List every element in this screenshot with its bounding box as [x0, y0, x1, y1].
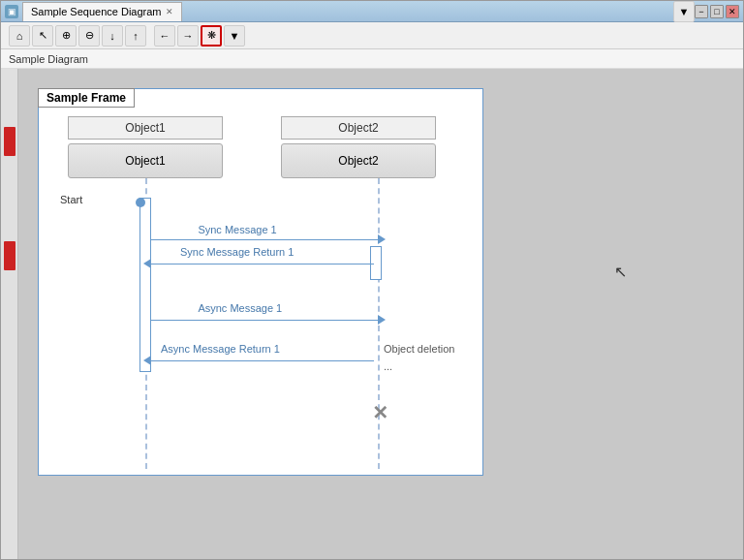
- frame-label: Sample Frame: [38, 88, 135, 108]
- async-msg1-line: [151, 320, 378, 321]
- menu-dropdown-btn[interactable]: ▼: [673, 1, 695, 22]
- sync-msg1-label: Sync Message 1: [198, 224, 276, 235]
- dropdown-btn[interactable]: ▼: [224, 25, 245, 47]
- left-marker-1: [4, 127, 16, 156]
- start-dot: [136, 198, 145, 207]
- cursor-btn[interactable]: ↖: [32, 25, 53, 47]
- delete-marker: ✕: [372, 401, 388, 424]
- diagram-canvas: Sample Frame Object1 Object2 Object1: [18, 69, 743, 559]
- plugin-btn[interactable]: ❋: [201, 25, 222, 47]
- zoom-out-btn[interactable]: ⊖: [78, 25, 100, 47]
- async-msg1-label: Async Message 1: [198, 302, 282, 314]
- dots-label: ...: [384, 360, 392, 372]
- scroll-up-btn[interactable]: ↑: [125, 25, 146, 47]
- async-return1-arrow: [143, 356, 151, 365]
- diagram-frame: Sample Frame Object1 Object2 Object1: [38, 88, 483, 476]
- main-area: Sample Frame Object1 Object2 Object1: [1, 69, 743, 559]
- sync-return1-label: Sync Message Return 1: [180, 246, 294, 258]
- back-btn[interactable]: ←: [154, 25, 175, 47]
- object-deletion-label: Object deletion: [384, 343, 454, 355]
- tab-label: Sample Sequence Diagram: [31, 6, 162, 17]
- cursor-indicator: ↖: [614, 263, 627, 281]
- lifeline-header-obj1: Object1: [68, 116, 223, 140]
- close-btn[interactable]: ✕: [726, 5, 739, 18]
- lifeline-header-obj2: Object2: [281, 116, 436, 140]
- window-controls: − □ ✕: [695, 5, 739, 18]
- zoom-in-btn[interactable]: ⊕: [55, 25, 77, 47]
- breadcrumb-text: Sample Diagram: [9, 53, 88, 65]
- diagram-tab[interactable]: Sample Sequence Diagram ✕: [22, 2, 182, 21]
- left-panel: [1, 69, 18, 559]
- start-label: Start: [60, 194, 82, 205]
- breadcrumb: Sample Diagram: [1, 49, 743, 69]
- tab-close-btn[interactable]: ✕: [166, 7, 173, 16]
- lifeline-body-obj1: Object1: [68, 143, 223, 178]
- sync-return1-arrow: [143, 259, 151, 268]
- sync-return1-line: [151, 264, 374, 264]
- async-msg1-arrow: [378, 315, 386, 325]
- activation-box-1: [140, 198, 151, 372]
- forward-btn[interactable]: →: [177, 25, 199, 47]
- sync-msg1-arrow: [378, 234, 386, 244]
- scroll-down-btn[interactable]: ↓: [102, 25, 123, 47]
- minimize-btn[interactable]: −: [695, 5, 708, 18]
- left-marker-2: [4, 241, 16, 270]
- main-window: ▣ Sample Sequence Diagram ✕ ▼ − □ ✕ ⌂ ↖ …: [0, 0, 744, 560]
- async-return1-line: [151, 360, 374, 361]
- maximize-btn[interactable]: □: [710, 5, 724, 18]
- sync-msg1-line: [151, 239, 378, 240]
- async-return1-label: Async Message Return 1: [161, 343, 280, 355]
- lifeline-body-obj2: Object2: [281, 143, 436, 178]
- title-bar: ▣ Sample Sequence Diagram ✕ ▼ − □ ✕: [1, 1, 743, 22]
- app-icon: ▣: [5, 5, 18, 18]
- home-btn[interactable]: ⌂: [9, 25, 30, 47]
- toolbar: ⌂ ↖ ⊕ ⊖ ↓ ↑ ← → ❋ ▼: [1, 22, 743, 49]
